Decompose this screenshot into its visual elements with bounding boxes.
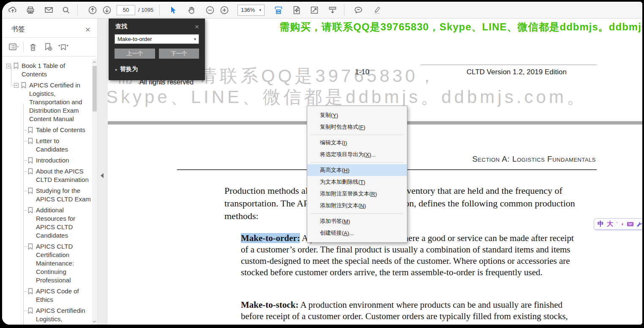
bookmark-icon bbox=[27, 307, 34, 314]
collapse-expander-icon[interactable] bbox=[14, 83, 19, 88]
collapse-panel-icon[interactable] bbox=[101, 173, 104, 178]
bookmark-icon bbox=[27, 126, 34, 134]
page-number-input[interactable]: 50 bbox=[117, 5, 135, 15]
zoom-in-icon[interactable] bbox=[217, 3, 232, 17]
divider bbox=[23, 42, 24, 52]
bookmark-icon bbox=[27, 206, 34, 214]
replace-label: 替换为 bbox=[120, 65, 138, 73]
bookmark-item[interactable]: Introduction bbox=[2, 156, 91, 165]
collapse-expander-icon[interactable] bbox=[6, 64, 11, 68]
find-search-input[interactable]: Make-to-order ▾ bbox=[115, 34, 199, 44]
chevron-down-icon: ▾ bbox=[259, 8, 261, 12]
expand-bookmark-icon[interactable] bbox=[57, 40, 70, 54]
bookmark-icon bbox=[20, 81, 27, 89]
wrench-icon[interactable] bbox=[636, 221, 642, 227]
email-icon[interactable] bbox=[41, 3, 56, 17]
punctuation-icon[interactable]: ᾿ bbox=[616, 221, 618, 227]
bookmarks-toolbar bbox=[2, 38, 97, 56]
bookmark-icon bbox=[27, 287, 34, 295]
softkeyboard-icon[interactable] bbox=[627, 222, 633, 227]
context-menu-item[interactable]: 添加附注到文本(N) bbox=[307, 200, 407, 211]
comment-icon[interactable] bbox=[351, 3, 366, 17]
bookmark-label: About the APICS CLTD Examination bbox=[36, 167, 91, 184]
scrollbar-thumb[interactable] bbox=[93, 66, 97, 111]
header-rule bbox=[420, 65, 597, 65]
bookmark-item[interactable]: APICS Certifiedin Logistics, Transportat… bbox=[2, 306, 91, 325]
sidebar-scrollbar[interactable] bbox=[92, 59, 97, 325]
context-menu-item[interactable]: 为文本加删除线(T) bbox=[307, 176, 407, 188]
bookmark-icon bbox=[27, 168, 34, 175]
bookmark-icon bbox=[27, 157, 34, 164]
toolbar-divider bbox=[77, 5, 78, 16]
scroll-up-icon[interactable] bbox=[93, 61, 96, 64]
scroll-down-icon[interactable] bbox=[93, 320, 96, 323]
fit-visible-icon[interactable] bbox=[307, 3, 322, 17]
edition-label: CLTD Version 1.2, 2019 Edition bbox=[467, 68, 567, 76]
cloud-upload-icon[interactable] bbox=[5, 3, 20, 17]
context-menu-item[interactable]: 添加书签(M) bbox=[307, 215, 407, 227]
context-menu-item[interactable]: 添加附注至替换文本(R) bbox=[307, 188, 407, 200]
bookmark-label: APICS Certified in Logistics, Transporta… bbox=[29, 81, 91, 123]
bookmark-item[interactable]: APICS Certified in Logistics, Transporta… bbox=[2, 81, 91, 123]
page-up-icon[interactable] bbox=[85, 3, 100, 17]
replace-expander[interactable]: ▸ 替换为 bbox=[115, 65, 205, 73]
bookmark-item[interactable]: Letter to Candidates bbox=[2, 137, 91, 154]
page-down-icon[interactable] bbox=[100, 3, 114, 17]
ime-fullwidth-toggle[interactable]: 大 bbox=[607, 220, 613, 228]
page-number-label: 1-10 bbox=[355, 68, 369, 76]
bookmark-label: Introduction bbox=[36, 156, 69, 165]
fit-page-icon[interactable] bbox=[289, 3, 304, 17]
context-menu-item[interactable]: 创建链接(A)... bbox=[307, 227, 407, 239]
delete-bookmark-icon[interactable] bbox=[26, 40, 40, 54]
bookmark-item[interactable]: APICS Code of Ethics bbox=[2, 287, 91, 304]
hand-tool-icon[interactable] bbox=[184, 3, 199, 17]
find-next-button[interactable]: 下一个 bbox=[159, 49, 199, 59]
paragraph-make-to-stock: Make-to-stock: A production environment … bbox=[241, 299, 582, 325]
print-icon[interactable] bbox=[23, 3, 38, 17]
zoom-level-value: 136% bbox=[241, 7, 255, 13]
bookmark-item[interactable]: Table of Contents bbox=[2, 126, 91, 134]
add-bookmark-icon[interactable] bbox=[41, 40, 55, 54]
find-previous-button[interactable]: 上一个 bbox=[115, 49, 155, 59]
paragraph-production-methods: Production methods also affect the amoun… bbox=[224, 184, 596, 222]
bookmark-label: Additional Resources for APICS CLTD Cand… bbox=[36, 206, 91, 240]
context-menu-item[interactable]: 复制(Y) bbox=[307, 109, 407, 121]
context-menu-item[interactable]: 编辑文本(I) bbox=[307, 137, 407, 149]
bookmark-item[interactable]: APICS CLTD Certification Maintenance: Co… bbox=[2, 242, 91, 285]
pdf-reader-window: 50 / 1095 136% ▾ bbox=[2, 2, 642, 325]
bookmark-item[interactable]: Book 1 Table of Contents bbox=[2, 62, 91, 79]
context-menu-item[interactable]: 高亮文本(H) bbox=[307, 164, 407, 176]
punctuation2-icon[interactable]: ◗ bbox=[621, 221, 624, 227]
menu-divider bbox=[311, 162, 404, 163]
context-menu-item[interactable]: 复制时包含格式(F) bbox=[307, 121, 407, 133]
zoom-level-select[interactable]: 136% ▾ bbox=[237, 5, 265, 16]
bookmark-label: APICS Certifiedin Logistics, Transportat… bbox=[36, 306, 91, 325]
context-menu: 复制(Y)复制时包含格式(F)编辑文本(I)将选定项目导出为(X)...高亮文本… bbox=[307, 106, 407, 243]
bookmarks-tree: Book 1 Table of Contents APICS Certified… bbox=[2, 57, 97, 325]
find-search-value: Make-to-order bbox=[117, 36, 152, 42]
highlight-icon[interactable] bbox=[370, 3, 384, 17]
search-icon[interactable] bbox=[59, 3, 73, 17]
options-list-icon[interactable] bbox=[7, 40, 21, 54]
bookmarks-panel-title: 书签 bbox=[11, 25, 25, 34]
section-heading: Section A: Logistics Fundamentals bbox=[472, 155, 596, 164]
ime-mode-chinese[interactable]: 中 bbox=[598, 220, 604, 228]
bookmark-item[interactable]: Studying for the APICS CLTD Exam bbox=[2, 187, 91, 203]
zoom-out-icon[interactable] bbox=[203, 3, 217, 17]
actual-size-icon[interactable] bbox=[325, 3, 340, 17]
bookmark-label: Table of Contents bbox=[36, 126, 85, 134]
bookmark-label: Studying for the APICS CLTD Exam bbox=[36, 187, 91, 203]
fit-width-icon[interactable] bbox=[271, 3, 286, 17]
bookmark-item[interactable]: Additional Resources for APICS CLTD Cand… bbox=[2, 206, 91, 240]
close-icon[interactable]: × bbox=[85, 25, 90, 34]
watermark-top: 需购买，请联系QQ是39765830，Skype、LINE、微信都是ddbmjs… bbox=[279, 20, 642, 34]
close-icon[interactable]: × bbox=[195, 23, 199, 30]
bookmark-item[interactable]: About the APICS CLTD Examination bbox=[2, 167, 91, 184]
selected-text: Make-to-order: bbox=[241, 233, 300, 243]
bookmark-icon bbox=[27, 187, 34, 195]
chevron-right-icon: ▸ bbox=[115, 67, 117, 72]
bookmarks-panel: 书签 × bbox=[2, 19, 98, 325]
context-menu-item[interactable]: 将选定项目导出为(X)... bbox=[307, 149, 407, 160]
select-cursor-icon[interactable] bbox=[166, 3, 180, 17]
bookmark-icon bbox=[27, 137, 34, 145]
